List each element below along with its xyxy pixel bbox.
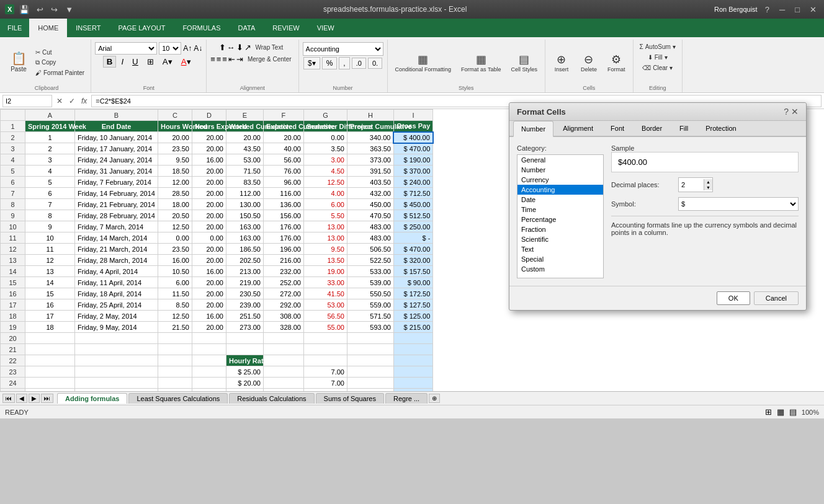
wrap-text-button[interactable]: Wrap Text [253, 42, 287, 53]
cell-e10[interactable]: 163.00 [226, 221, 263, 232]
cell-a18[interactable]: 17 [25, 311, 75, 322]
cell-i9[interactable]: $ 512.50 [393, 210, 432, 221]
cell-h11[interactable]: 483.00 [347, 232, 393, 244]
copy-button[interactable]: ⧉ Copy [33, 58, 87, 68]
increase-font-button[interactable]: A↑ [183, 44, 192, 53]
cell-b7[interactable]: Friday, 14 February, 2014 [75, 188, 158, 199]
cell-b23[interactable] [75, 366, 158, 378]
align-bottom-button[interactable]: ⬇ [236, 42, 243, 53]
cell-h8[interactable]: 450.00 [347, 199, 393, 210]
cell-b21[interactable] [75, 344, 158, 355]
header-i[interactable]: Gross Pay [393, 121, 432, 132]
cat-text[interactable]: Text [517, 244, 603, 254]
cell-a22[interactable] [25, 355, 75, 366]
cell-h19[interactable]: 593.00 [347, 322, 393, 333]
cell-a4[interactable]: 3 [25, 154, 75, 166]
cell-d4[interactable]: 16.00 [192, 154, 226, 166]
cell-a11[interactable]: 10 [25, 232, 75, 244]
cell-d19[interactable]: 20.00 [192, 322, 226, 333]
sheet-tab-adding-formulas[interactable]: Adding formulas [57, 393, 127, 404]
cell-i18[interactable]: $ 125.00 [393, 311, 432, 322]
cell-c6[interactable]: 12.00 [158, 177, 192, 188]
header-g[interactable]: Semester Difference [303, 121, 347, 132]
cat-accounting[interactable]: Accounting [517, 185, 603, 195]
cell-a10[interactable]: 9 [25, 221, 75, 232]
cat-date[interactable]: Date [517, 195, 603, 205]
dialog-close-button[interactable]: ✕ [791, 107, 799, 117]
cell-b19[interactable]: Friday, 9 May, 2014 [75, 322, 158, 333]
number-format-select[interactable]: Accounting [303, 42, 383, 56]
cell-d3[interactable]: 20.00 [192, 143, 226, 154]
cell-e6[interactable]: 83.50 [226, 177, 263, 188]
cell-e18[interactable]: 251.50 [226, 311, 263, 322]
cell-a6[interactable]: 5 [25, 177, 75, 188]
merge-center-button[interactable]: Merge & Center [244, 54, 295, 64]
cell-h20[interactable] [347, 333, 393, 344]
cell-b25[interactable] [75, 389, 158, 392]
cell-g16[interactable]: 41.50 [303, 288, 347, 299]
autosum-button[interactable]: Σ AutoSum▾ [637, 42, 678, 51]
cell-g8[interactable]: 6.00 [303, 199, 347, 210]
col-header-h[interactable]: H [347, 110, 393, 121]
cell-b12[interactable]: Friday, 21 March, 2014 [75, 244, 158, 255]
dialog-tab-fill[interactable]: Fill [671, 121, 696, 136]
header-d[interactable]: Hours Expected [192, 121, 226, 132]
cell-e14[interactable]: 213.00 [226, 266, 263, 277]
cell-e12[interactable]: 186.50 [226, 244, 263, 255]
header-b[interactable]: End Date [75, 121, 158, 132]
cat-currency[interactable]: Currency [517, 175, 603, 185]
cell-f6[interactable]: 96.00 [263, 177, 303, 188]
cell-f23[interactable] [263, 366, 303, 378]
cell-b15[interactable]: Friday, 11 April, 2014 [75, 277, 158, 288]
cell-d14[interactable]: 16.00 [192, 266, 226, 277]
decimal-input[interactable] [679, 178, 704, 192]
cell-d7[interactable]: 20.00 [192, 188, 226, 199]
cell-g2[interactable]: 0.00 [303, 132, 347, 143]
maximize-button[interactable]: □ [792, 4, 802, 15]
header-f[interactable]: Expected Cumulative [263, 121, 303, 132]
cell-h2[interactable]: 340.00 [347, 132, 393, 143]
cat-time[interactable]: Time [517, 205, 603, 214]
cell-h17[interactable]: 559.00 [347, 299, 393, 311]
cell-i7[interactable]: $ 712.50 [393, 188, 432, 199]
cell-d9[interactable]: 20.00 [192, 210, 226, 221]
align-middle-button[interactable]: ↔ [227, 42, 235, 53]
underline-button[interactable]: U [128, 56, 142, 68]
font-color-button[interactable]: A▾ [177, 56, 195, 68]
close-button[interactable]: ✕ [807, 4, 819, 15]
col-header-g[interactable]: G [303, 110, 347, 121]
delete-button[interactable]: ⊖ Delete [576, 50, 601, 75]
cell-c2[interactable]: 20.00 [158, 132, 192, 143]
cell-i12[interactable]: $ 470.00 [393, 244, 432, 255]
cell-c3[interactable]: 23.50 [158, 143, 192, 154]
cell-b4[interactable]: Friday, 24 January, 2014 [75, 154, 158, 166]
cell-c14[interactable]: 10.50 [158, 266, 192, 277]
cell-d13[interactable]: 20.00 [192, 255, 226, 266]
cell-g10[interactable]: 13.00 [303, 221, 347, 232]
cell-f4[interactable]: 56.00 [263, 154, 303, 166]
cancel-formula-icon[interactable]: ✕ [55, 97, 65, 105]
cell-a8[interactable]: 7 [25, 199, 75, 210]
cell-b14[interactable]: Friday, 4 April, 2014 [75, 266, 158, 277]
cell-g25[interactable]: 3.00 [303, 389, 347, 392]
cell-i25[interactable] [393, 389, 432, 392]
dialog-ok-button[interactable]: OK [717, 291, 750, 305]
col-header-d[interactable]: D [192, 110, 226, 121]
cell-i13[interactable]: $ 320.00 [393, 255, 432, 266]
save-button[interactable]: 💾 [17, 4, 32, 15]
cat-scientific[interactable]: Scientific [517, 234, 603, 244]
cell-c10[interactable]: 12.50 [158, 221, 192, 232]
cell-f9[interactable]: 156.00 [263, 210, 303, 221]
tab-page-layout[interactable]: PAGE LAYOUT [109, 19, 174, 37]
cell-a13[interactable]: 12 [25, 255, 75, 266]
cell-h9[interactable]: 470.50 [347, 210, 393, 221]
align-center-button[interactable]: ≡ [217, 54, 222, 64]
cell-g5[interactable]: 4.50 [303, 166, 347, 177]
bold-button[interactable]: B [103, 56, 117, 68]
cell-i14[interactable]: $ 157.50 [393, 266, 432, 277]
text-angle-button[interactable]: ↗ [244, 42, 251, 53]
cell-d15[interactable]: 20.00 [192, 277, 226, 288]
cell-d25[interactable] [192, 389, 226, 392]
cell-e2[interactable]: 20.00 [226, 132, 263, 143]
cell-d22[interactable] [192, 355, 226, 366]
